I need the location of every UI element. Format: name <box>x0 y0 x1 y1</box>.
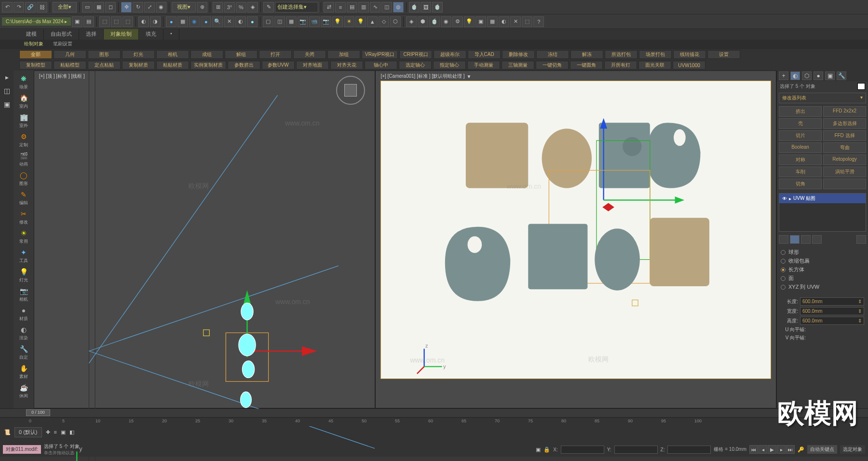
tab-modeling[interactable]: 建模 <box>19 29 44 40</box>
toolbtn-粘贴材质[interactable]: 粘贴材质 <box>156 61 189 70</box>
ball1-icon[interactable]: ● <box>166 16 176 27</box>
t2-icon[interactable]: ⬚ <box>111 16 122 27</box>
toolbtn-对齐天花[interactable]: 对齐天花 <box>330 61 363 70</box>
create-tab-icon[interactable]: + <box>779 71 788 80</box>
toolbtn-复制模型[interactable]: 复制模型 <box>19 61 52 70</box>
schematic-icon[interactable]: ◫ <box>381 2 392 13</box>
toolbtn-复制材质[interactable]: 复制材质 <box>122 61 155 70</box>
tab-paint[interactable]: 对象绘制 <box>104 29 139 40</box>
help-icon[interactable]: ? <box>533 16 544 27</box>
r4-icon[interactable]: ◉ <box>441 16 451 27</box>
height-spinner[interactable]: 600.0mm⇕ <box>800 317 864 325</box>
layers-icon[interactable]: ▤ <box>347 2 357 13</box>
cam3-icon[interactable]: 📷 <box>321 16 331 27</box>
light5-icon[interactable]: ⬡ <box>390 16 401 27</box>
pin-stack-icon[interactable] <box>779 235 788 244</box>
r11-icon[interactable]: ⬚ <box>522 16 532 27</box>
gizmo-option-面[interactable]: 面 <box>781 275 864 282</box>
toolbtn-删除修改[interactable]: 删除修改 <box>502 50 535 59</box>
z-coord-input[interactable] <box>667 446 711 454</box>
tab-selection[interactable]: 选择 <box>79 29 104 40</box>
toolbtn-轴心中[interactable]: 轴心中 <box>365 61 397 70</box>
toolbtn-全部[interactable]: 全部 <box>19 50 52 59</box>
r7-icon[interactable]: ▣ <box>475 16 486 27</box>
toolbtn-解冻[interactable]: 解冻 <box>570 50 603 59</box>
width-spinner[interactable]: 600.0mm⇕ <box>800 307 864 315</box>
goto-end-icon[interactable]: ⏭ <box>786 445 795 454</box>
named-sel-icon[interactable]: ✎ <box>263 2 274 13</box>
utilities-tab-icon[interactable]: 🔧 <box>837 71 846 80</box>
category-休闲[interactable]: ☕休闲 <box>14 381 34 401</box>
viewport-camera-label[interactable]: [+] [Camera001] [标准 ] [默认明暗处理 ] ▼ <box>380 73 471 80</box>
isolate-icon[interactable]: ▣ <box>536 447 541 453</box>
toolbtn-加组[interactable]: 加组 <box>327 50 360 59</box>
toolbtn-CRIPR视口[interactable]: CRIPR视口 <box>399 50 432 59</box>
scale-icon[interactable]: ⤢ <box>144 2 155 13</box>
x-icon[interactable]: ✕ <box>224 16 234 27</box>
snap-toggle-icon[interactable]: ⊞ <box>213 2 223 13</box>
mirror-icon[interactable]: ⇄ <box>324 2 334 13</box>
category-素材[interactable]: ✋素材 <box>14 362 34 381</box>
expand-icon[interactable]: ▸ <box>1 71 13 83</box>
r8-icon[interactable]: ▦ <box>487 16 498 27</box>
length-spinner[interactable]: 600.0mm⇕ <box>800 297 864 306</box>
toolbtn-粘贴模型[interactable]: 粘贴模型 <box>54 61 86 70</box>
light3-icon[interactable]: ▲ <box>367 16 378 27</box>
render-setup-icon[interactable]: 🍵 <box>409 2 420 13</box>
x-coord-input[interactable] <box>561 446 604 454</box>
unlink-icon[interactable]: ⛓ <box>37 2 47 13</box>
category-室外[interactable]: 🏢室外 <box>14 111 34 130</box>
modbtn-切片[interactable]: 切片 <box>779 130 822 141</box>
select-similar-icon[interactable]: ▦ <box>94 2 104 13</box>
bw-ball-icon[interactable]: ◐ <box>235 16 246 27</box>
pivot-icon[interactable]: ⊕ <box>197 2 207 13</box>
modbtn-对称[interactable]: 对称 <box>779 154 822 165</box>
toolbtn-选定轴心[interactable]: 选定轴心 <box>399 61 432 70</box>
r6-icon[interactable]: 💡 <box>464 16 475 27</box>
y-coord-input[interactable] <box>614 446 658 454</box>
marquee-icon[interactable]: ◻ <box>105 2 116 13</box>
tab-freeform[interactable]: 自由形式 <box>44 29 79 40</box>
spinner-snap-icon[interactable]: ◈ <box>247 2 258 13</box>
placement-icon[interactable]: ◉ <box>156 2 166 13</box>
r10-icon[interactable]: ✕ <box>510 16 521 27</box>
toolbtn-灯光[interactable]: 灯光 <box>122 50 155 59</box>
category-编辑[interactable]: ✎编辑 <box>14 188 34 208</box>
prev-frame-icon[interactable]: ◂ <box>759 445 767 454</box>
viewport-top[interactable]: [+] [顶 ] [标准 ] [线框 ] y x <box>34 70 375 408</box>
category-动画[interactable]: 🎬动画 <box>14 150 34 169</box>
light2-icon[interactable]: 💡 <box>355 16 366 27</box>
gizmo-option-XYZ 到 UVW[interactable]: XYZ 到 UVW <box>781 283 864 291</box>
cam1-icon[interactable]: 📷 <box>298 16 308 27</box>
angle-snap-icon[interactable]: 3° <box>224 2 235 13</box>
ball2-icon[interactable]: ◉ <box>189 16 200 27</box>
light4-icon[interactable]: ◇ <box>379 16 389 27</box>
object-color-swatch[interactable] <box>857 83 865 90</box>
t3-icon[interactable]: ⬚ <box>122 16 133 27</box>
render-frame-icon[interactable]: 🖼 <box>420 2 431 13</box>
toolbtn-指定轴心[interactable]: 指定轴心 <box>433 61 466 70</box>
move-icon[interactable]: ✥ <box>121 2 132 13</box>
r5-icon[interactable]: ⚙ <box>452 16 463 27</box>
time-slider-handle[interactable]: 0 / 100 <box>26 409 50 416</box>
time-ruler[interactable]: 0510152025303540455055606570758085909510… <box>0 418 868 426</box>
toolbtn-场景打包[interactable]: 场景打包 <box>639 50 672 59</box>
play-icon[interactable]: ▶ <box>768 445 776 454</box>
toolbtn-面光关联[interactable]: 面光关联 <box>638 61 671 70</box>
cyan-ball-icon[interactable]: ● <box>247 16 258 27</box>
sun-icon[interactable]: ☀ <box>344 16 354 27</box>
category-修改[interactable]: ✂修改 <box>14 208 34 227</box>
r1-icon[interactable]: ◈ <box>406 16 417 27</box>
toolbtn-VRayIPR视口[interactable]: VRayIPR视口 <box>362 50 398 59</box>
gizmo-option-收缩包裹[interactable]: 收缩包裹 <box>781 257 864 265</box>
coord-system-dropdown[interactable]: 视图 ▾ <box>172 2 196 13</box>
category-工具[interactable]: ✦工具 <box>14 246 34 265</box>
category-图形[interactable]: ◯图形 <box>14 169 34 188</box>
selected-object-dropdown[interactable]: 选定对象 <box>840 445 865 454</box>
toolbtn-定点粘贴[interactable]: 定点粘贴 <box>88 61 121 70</box>
light1-icon[interactable]: 💡 <box>332 16 343 27</box>
modbtn-弯曲[interactable]: 弯曲 <box>823 142 866 153</box>
next-frame-icon[interactable]: ▸ <box>777 445 786 454</box>
category-定制[interactable]: ⚙定制 <box>14 130 34 150</box>
toolbtn-几何[interactable]: 几何 <box>54 50 86 59</box>
